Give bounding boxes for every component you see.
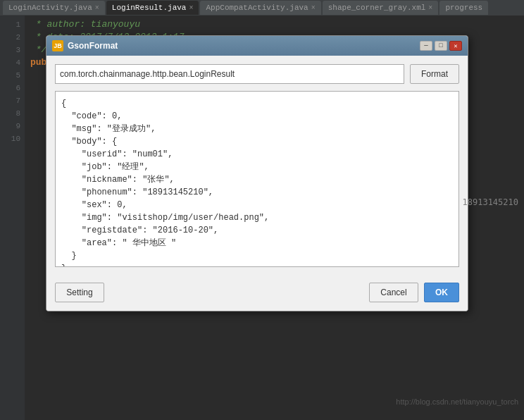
class-path-input[interactable] — [55, 64, 404, 84]
tab-shapecornergray[interactable]: shape_corner_gray.xml × — [323, 1, 439, 15]
line-num-8: 8 — [0, 107, 25, 120]
line-num-4: 4 — [0, 56, 25, 69]
line-num-6: 6 — [0, 82, 25, 94]
tab-close-icon[interactable]: × — [311, 4, 316, 12]
dialog-title-text: GsonFormat — [68, 41, 118, 51]
line-num-9: 9 — [0, 120, 25, 132]
line-num-7: 7 — [0, 94, 25, 107]
dialog-title-left: JB GsonFormat — [52, 40, 118, 51]
tab-close-icon[interactable]: × — [95, 4, 99, 12]
tab-progress[interactable]: progress — [439, 1, 488, 15]
line-num-10: 10 — [0, 132, 25, 145]
tab-loginactivity[interactable]: LoginActivity.java × — [3, 1, 105, 15]
code-line-1: * author: tianyouyu — [30, 18, 518, 31]
tab-label: progress — [445, 4, 482, 12]
tab-label: AppCompatActivity.java — [206, 4, 308, 12]
json-text: { "code": 0, "msg": "登录成功", "body": { "u… — [61, 97, 453, 267]
dialog-titlebar: JB GsonFormat ─ □ ✕ — [46, 36, 468, 56]
tab-appcompatactivity[interactable]: AppCompatActivity.java × — [200, 1, 320, 15]
ok-button[interactable]: OK — [424, 283, 459, 302]
close-button[interactable]: ✕ — [449, 41, 462, 51]
line-num-3: 3 — [0, 44, 25, 56]
line-num-1: 1 — [0, 18, 25, 31]
maximize-button[interactable]: □ — [435, 41, 447, 51]
dialog-footer: Setting Cancel OK — [46, 276, 468, 311]
tab-close-icon[interactable]: × — [428, 4, 432, 12]
dialog-app-icon: JB — [52, 40, 63, 51]
tab-bar: LoginActivity.java × LoginResult.java × … — [0, 0, 524, 16]
format-button[interactable]: Format — [410, 64, 459, 84]
line-numbers: 1 2 3 4 5 6 7 8 9 10 — [0, 16, 25, 420]
footer-right-buttons: Cancel OK — [369, 283, 459, 302]
line-num-5: 5 — [0, 69, 25, 82]
tab-label: shape_corner_gray.xml — [328, 4, 426, 12]
dialog-body: Format { "code": 0, "msg": "登录成功", "body… — [46, 56, 468, 276]
class-input-row: Format — [55, 64, 459, 84]
window-controls: ─ □ ✕ — [420, 41, 462, 51]
phone-number-display: 18913145210 — [463, 197, 518, 207]
watermark-text: http://blog.csdn.net/tianyouyu_torch — [396, 397, 518, 406]
tab-label: LoginActivity.java — [8, 4, 92, 12]
json-content-area[interactable]: { "code": 0, "msg": "登录成功", "body": { "u… — [55, 91, 459, 267]
cancel-button[interactable]: Cancel — [369, 283, 418, 302]
tab-label: LoginResult.java — [112, 4, 187, 12]
setting-button[interactable]: Setting — [55, 283, 104, 302]
line-num-2: 2 — [0, 31, 25, 44]
tab-loginresult[interactable]: LoginResult.java × — [106, 1, 199, 15]
minimize-button[interactable]: ─ — [420, 41, 432, 51]
tab-close-icon[interactable]: × — [189, 4, 193, 12]
gson-format-dialog: JB GsonFormat ─ □ ✕ Format { "code": 0, … — [46, 35, 468, 311]
